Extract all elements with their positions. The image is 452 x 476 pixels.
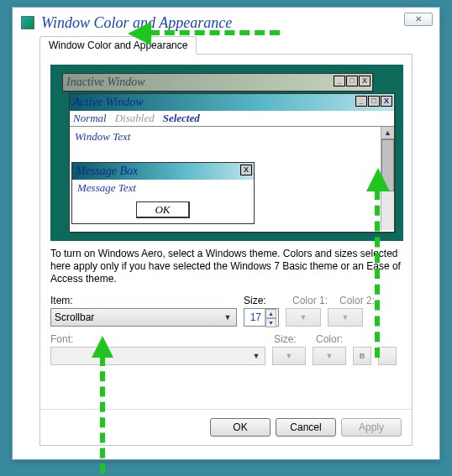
italic-button bbox=[378, 347, 397, 365]
close-icon: X bbox=[240, 165, 252, 175]
dialog-header: Window Color and Appearance ✕ bbox=[13, 8, 439, 38]
preview-menu-bar: Normal Disabled Selected bbox=[70, 111, 394, 126]
minimize-icon: _ bbox=[355, 96, 367, 107]
chevron-down-icon: ▼ bbox=[221, 311, 234, 324]
color2-label: Color 2: bbox=[339, 295, 380, 306]
size-stepper[interactable]: 17 ▲ ▼ bbox=[244, 308, 279, 327]
close-icon: X bbox=[359, 76, 371, 86]
fontcolor-picker: ▼ bbox=[313, 347, 346, 365]
chevron-down-icon: ▼ bbox=[250, 349, 263, 363]
color2-picker: ▼ bbox=[328, 308, 363, 327]
preview-inactive-window: Inactive Window _ □ X bbox=[62, 73, 373, 92]
dialog-window: Window Color and Appearance ✕ Window Col… bbox=[12, 7, 440, 460]
msgbox-ok-button: OK bbox=[136, 201, 190, 218]
maximize-icon: □ bbox=[368, 96, 380, 107]
dialog-button-bar: OK Cancel Apply bbox=[210, 418, 402, 437]
ok-button[interactable]: OK bbox=[210, 418, 271, 437]
msgbox-title: Message Box X bbox=[72, 163, 254, 180]
fontsize-dropdown: ▼ bbox=[272, 347, 306, 365]
close-icon[interactable]: ✕ bbox=[404, 13, 433, 26]
preview-pane: Inactive Window _ □ X Active Window _ □ … bbox=[50, 65, 403, 241]
msgbox-title-text: Message Box bbox=[76, 165, 138, 178]
bold-button: B bbox=[353, 347, 371, 365]
form-labels-row1: Item: Size: Color 1: Color 2: bbox=[50, 295, 403, 306]
menu-normal: Normal bbox=[73, 112, 107, 125]
cancel-button[interactable]: Cancel bbox=[276, 418, 336, 437]
app-icon bbox=[21, 16, 34, 29]
close-icon: X bbox=[381, 96, 392, 107]
tab-panel: Window Color and Appearance Inactive Win… bbox=[39, 54, 413, 446]
preview-inactive-title: Inactive Window _ □ X bbox=[63, 74, 372, 91]
msgbox-text: Message Text bbox=[72, 180, 254, 200]
preview-scrollbar: ▲ bbox=[381, 127, 394, 230]
preview-active-window: Active Window _ □ X Normal Disabled Sele… bbox=[69, 93, 395, 233]
dialog-title: Window Color and Appearance bbox=[41, 14, 232, 32]
menu-disabled: Disabled bbox=[115, 112, 155, 125]
fontsize-label: Size: bbox=[274, 333, 309, 345]
spin-up-icon[interactable]: ▲ bbox=[265, 309, 276, 318]
scroll-up-icon: ▲ bbox=[381, 127, 394, 139]
size-label: Size: bbox=[244, 295, 286, 306]
item-label: Item: bbox=[50, 295, 237, 306]
form-labels-row2: Font: Size: Color: bbox=[50, 333, 403, 345]
scroll-thumb bbox=[381, 139, 394, 191]
color1-label: Color 1: bbox=[292, 295, 333, 306]
inactive-title-text: Inactive Window bbox=[66, 76, 145, 89]
font-label: Font: bbox=[50, 333, 267, 345]
preview-client-area: Window Text ▲ Message Box X Message Text bbox=[70, 126, 394, 230]
font-dropdown: ▼ bbox=[50, 347, 265, 365]
item-dropdown[interactable]: Scrollbar ▼ bbox=[50, 308, 237, 327]
color1-picker: ▼ bbox=[286, 308, 321, 327]
size-value: 17 bbox=[250, 311, 261, 323]
separator bbox=[40, 409, 412, 410]
minimize-icon: _ bbox=[334, 76, 345, 86]
preview-message-box: Message Box X Message Text OK bbox=[71, 162, 255, 224]
item-dropdown-value: Scrollbar bbox=[55, 311, 94, 323]
preview-active-title: Active Window _ □ X bbox=[70, 94, 394, 111]
form-controls-row1: Scrollbar ▼ 17 ▲ ▼ ▼ ▼ bbox=[50, 308, 403, 327]
size-spinner[interactable]: ▲ ▼ bbox=[265, 309, 276, 326]
active-title-text: Active Window bbox=[73, 96, 144, 109]
tab-appearance[interactable]: Window Color and Appearance bbox=[39, 36, 197, 55]
fontcolor-label: Color: bbox=[316, 333, 353, 345]
spin-down-icon[interactable]: ▼ bbox=[265, 318, 276, 327]
form-controls-row2: ▼ ▼ ▼ B bbox=[50, 347, 403, 365]
maximize-icon: □ bbox=[346, 76, 358, 86]
help-text: To turn on Windows Aero, select a Window… bbox=[50, 248, 403, 285]
menu-selected: Selected bbox=[163, 112, 200, 125]
preview-window-text: Window Text bbox=[70, 127, 394, 147]
apply-button: Apply bbox=[341, 418, 402, 437]
